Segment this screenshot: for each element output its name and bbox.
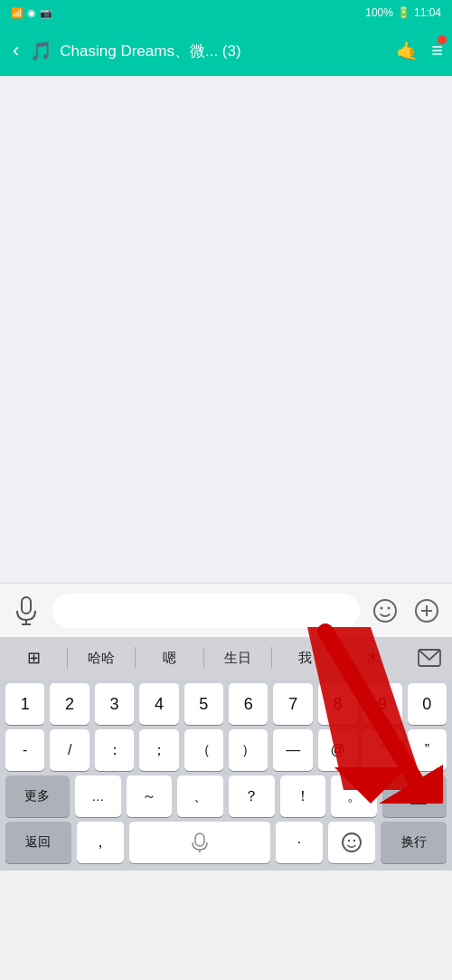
key-5[interactable]: 5 [184,683,223,725]
key-period[interactable]: 。 [331,775,377,817]
emoji-button[interactable] [369,595,401,627]
status-right: 100% 🔋 11:04 [365,6,441,19]
key-slash[interactable]: / [50,729,89,771]
message-input[interactable] [52,594,360,628]
suggest-mu[interactable]: 木 [340,642,407,674]
svg-point-5 [388,606,391,609]
grid-button[interactable]: ⊞ [0,641,67,675]
battery-icon: 🔋 [397,6,410,19]
delete-icon [402,787,428,805]
key-0[interactable]: 0 [408,683,447,725]
key-1[interactable]: 1 [5,683,44,725]
signal-icon: 📶 [11,7,24,19]
svg-point-4 [381,606,383,609]
key-tilde[interactable]: ～ [127,775,173,817]
emoji-bottom-icon [341,832,363,853]
key-dash[interactable]: - [5,729,44,771]
wifi-icon: ◉ [27,7,36,19]
key-space[interactable] [129,822,270,863]
key-exclaim[interactable]: ！ [280,775,326,817]
key-dot[interactable]: · [276,822,323,863]
keyboard: 1 2 3 4 5 6 7 8 9 0 - / ： ； （ ） — @ “ ” … [0,679,452,871]
key-semicolon[interactable]: ； [139,729,178,771]
key-6[interactable]: 6 [229,683,268,725]
mail-icon[interactable] [407,649,452,667]
svg-rect-12 [195,833,204,846]
number-row: 1 2 3 4 5 6 7 8 9 0 [0,679,452,725]
smiley-icon [372,598,398,623]
plus-icon [414,598,439,623]
input-row [0,583,452,637]
status-bar: 📶 ◉ 📷 100% 🔋 11:04 [0,0,452,25]
key-7[interactable]: 7 [273,683,312,725]
svg-rect-0 [22,597,31,614]
suggest-birthday[interactable]: 生日 [204,642,271,674]
suggest-wo[interactable]: 我 [272,642,339,674]
menu-button[interactable]: ≡ [431,39,443,62]
key-emdash[interactable]: — [273,729,312,771]
battery-percent: 100% [365,6,393,19]
key-delete[interactable] [382,775,447,817]
top-bar: ‹ 🎵 Chasing Dreams、微... (3) 🤙 ≡ [0,25,452,76]
mic-button[interactable] [9,594,43,628]
key-confirm[interactable]: 换行 [381,822,447,863]
key-rparen[interactable]: ） [229,729,268,771]
mail-svg [418,649,441,667]
key-8[interactable]: 8 [318,683,357,725]
svg-point-14 [343,833,361,852]
notification-dot [438,35,447,44]
key-emoji-bottom[interactable] [328,822,375,863]
svg-point-3 [374,600,396,622]
bottom-row: 返回 ， · 换行 [0,817,452,871]
suggest-haha[interactable]: 哈哈 [68,642,135,674]
key-comma[interactable]: ， [77,822,124,863]
svg-point-15 [348,840,350,842]
mic-icon [14,596,38,625]
symbol-row-2: 更多 … ～ 、 ？ ！ 。 [0,771,452,817]
chat-title: Chasing Dreams、微... (3) [60,41,389,62]
time: 11:04 [414,6,441,19]
add-button[interactable] [410,595,443,627]
key-9[interactable]: 9 [363,683,401,725]
key-pause[interactable]: 、 [177,775,223,817]
key-return[interactable]: 返回 [5,822,71,863]
back-button[interactable]: ‹ [9,35,23,66]
key-2[interactable]: 2 [50,683,89,725]
audio-icon: 🎵 [30,40,52,62]
key-ellipsis[interactable]: … [75,775,121,817]
symbol-row-1: - / ： ； （ ） — @ “ ” [0,725,452,771]
key-lquote[interactable]: “ [363,729,401,771]
key-lparen[interactable]: （ [184,729,223,771]
chat-area [0,76,452,583]
status-left: 📶 ◉ 📷 [11,7,52,19]
suggest-ng[interactable]: 嗯 [136,642,202,674]
svg-point-16 [353,840,355,842]
suggestion-row: ⊞ 哈哈 嗯 生日 我 木 [0,637,452,679]
key-more[interactable]: 更多 [5,775,70,817]
hand-emoji[interactable]: 🤙 [396,40,419,62]
key-3[interactable]: 3 [95,683,134,725]
sim-icon: 📷 [40,7,52,19]
key-question[interactable]: ？ [229,775,275,817]
top-bar-actions: 🤙 ≡ [396,39,443,62]
key-at[interactable]: @ [318,729,357,771]
key-4[interactable]: 4 [139,683,178,725]
key-colon[interactable]: ： [95,729,134,771]
key-rquote[interactable]: ” [408,729,447,771]
space-mic-icon [192,833,208,852]
